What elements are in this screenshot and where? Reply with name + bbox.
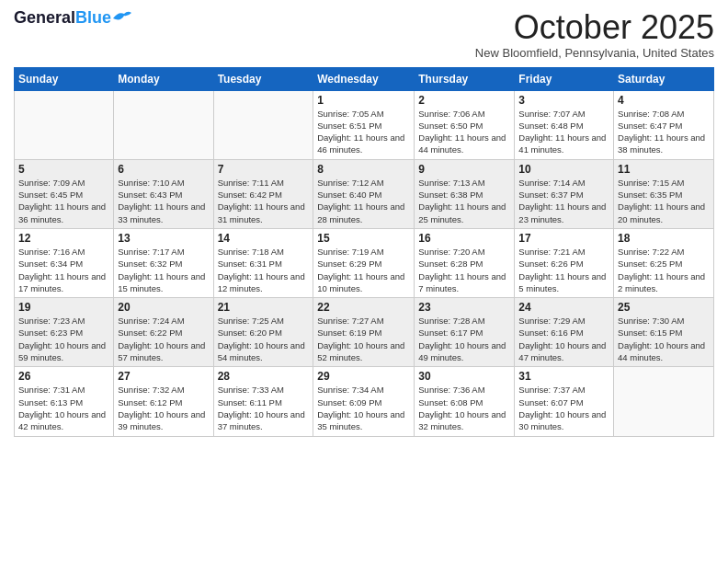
day-number: 24 [518,301,609,314]
day-info: Sunrise: 7:27 AM Sunset: 6:19 PM Dayligh… [317,315,410,363]
table-cell: 27Sunrise: 7:32 AM Sunset: 6:12 PM Dayli… [114,367,213,436]
day-info: Sunrise: 7:23 AM Sunset: 6:23 PM Dayligh… [18,315,109,363]
table-cell: 24Sunrise: 7:29 AM Sunset: 6:16 PM Dayli… [515,298,614,367]
table-cell: 22Sunrise: 7:27 AM Sunset: 6:19 PM Dayli… [313,298,415,367]
title-block: October 2025 New Bloomfield, Pennsylvani… [475,9,714,60]
header: GeneralBlue October 2025 New Bloomfield,… [14,9,714,60]
day-number: 14 [218,232,310,245]
table-cell: 2Sunrise: 7:06 AM Sunset: 6:50 PM Daylig… [415,90,515,159]
table-cell: 15Sunrise: 7:19 AM Sunset: 6:29 PM Dayli… [313,228,415,297]
table-cell: 26Sunrise: 7:31 AM Sunset: 6:13 PM Dayli… [15,367,114,436]
col-wednesday: Wednesday [313,67,415,90]
day-info: Sunrise: 7:19 AM Sunset: 6:29 PM Dayligh… [317,246,410,294]
day-info: Sunrise: 7:07 AM Sunset: 6:48 PM Dayligh… [518,108,609,156]
logo-text: GeneralBlue [14,8,111,27]
calendar-week-row: 26Sunrise: 7:31 AM Sunset: 6:13 PM Dayli… [15,367,714,436]
day-info: Sunrise: 7:21 AM Sunset: 6:26 PM Dayligh… [518,246,609,294]
day-number: 9 [418,163,510,176]
calendar-week-row: 1Sunrise: 7:05 AM Sunset: 6:51 PM Daylig… [15,90,714,159]
day-number: 26 [18,370,109,383]
day-info: Sunrise: 7:13 AM Sunset: 6:38 PM Dayligh… [418,177,510,225]
day-number: 19 [18,301,109,314]
day-number: 7 [218,163,310,176]
day-info: Sunrise: 7:32 AM Sunset: 6:12 PM Dayligh… [118,384,209,432]
day-info: Sunrise: 7:28 AM Sunset: 6:17 PM Dayligh… [418,315,510,363]
table-cell [114,90,213,159]
table-cell: 19Sunrise: 7:23 AM Sunset: 6:23 PM Dayli… [15,298,114,367]
day-info: Sunrise: 7:15 AM Sunset: 6:35 PM Dayligh… [618,177,710,225]
table-cell: 10Sunrise: 7:14 AM Sunset: 6:37 PM Dayli… [515,159,614,228]
calendar-week-row: 19Sunrise: 7:23 AM Sunset: 6:23 PM Dayli… [15,298,714,367]
day-info: Sunrise: 7:05 AM Sunset: 6:51 PM Dayligh… [317,108,410,156]
day-number: 11 [618,163,710,176]
day-info: Sunrise: 7:20 AM Sunset: 6:28 PM Dayligh… [418,246,510,294]
day-number: 31 [518,370,609,383]
day-info: Sunrise: 7:37 AM Sunset: 6:07 PM Dayligh… [518,384,609,432]
day-number: 27 [118,370,209,383]
month-title: October 2025 [475,9,714,46]
day-number: 2 [418,94,510,107]
day-number: 25 [618,301,710,314]
day-number: 23 [418,301,510,314]
day-number: 8 [317,163,410,176]
day-number: 10 [518,163,609,176]
day-info: Sunrise: 7:30 AM Sunset: 6:15 PM Dayligh… [618,315,710,363]
day-number: 4 [618,94,710,107]
day-info: Sunrise: 7:17 AM Sunset: 6:32 PM Dayligh… [118,246,209,294]
day-number: 21 [218,301,310,314]
calendar-week-row: 5Sunrise: 7:09 AM Sunset: 6:45 PM Daylig… [15,159,714,228]
table-cell: 20Sunrise: 7:24 AM Sunset: 6:22 PM Dayli… [114,298,213,367]
table-cell: 12Sunrise: 7:16 AM Sunset: 6:34 PM Dayli… [15,228,114,297]
day-number: 20 [118,301,209,314]
location: New Bloomfield, Pennsylvania, United Sta… [475,46,714,60]
day-info: Sunrise: 7:31 AM Sunset: 6:13 PM Dayligh… [18,384,109,432]
col-monday: Monday [114,67,213,90]
table-cell: 9Sunrise: 7:13 AM Sunset: 6:38 PM Daylig… [415,159,515,228]
table-cell: 31Sunrise: 7:37 AM Sunset: 6:07 PM Dayli… [515,367,614,436]
table-cell: 29Sunrise: 7:34 AM Sunset: 6:09 PM Dayli… [313,367,415,436]
table-cell: 13Sunrise: 7:17 AM Sunset: 6:32 PM Dayli… [114,228,213,297]
day-number: 12 [18,232,109,245]
day-info: Sunrise: 7:22 AM Sunset: 6:25 PM Dayligh… [618,246,710,294]
table-cell [614,367,714,436]
table-cell: 23Sunrise: 7:28 AM Sunset: 6:17 PM Dayli… [415,298,515,367]
day-info: Sunrise: 7:18 AM Sunset: 6:31 PM Dayligh… [218,246,310,294]
day-number: 6 [118,163,209,176]
table-cell: 6Sunrise: 7:10 AM Sunset: 6:43 PM Daylig… [114,159,213,228]
day-info: Sunrise: 7:14 AM Sunset: 6:37 PM Dayligh… [518,177,609,225]
col-sunday: Sunday [15,67,114,90]
logo: GeneralBlue [14,9,111,28]
table-cell: 30Sunrise: 7:36 AM Sunset: 6:08 PM Dayli… [415,367,515,436]
table-cell [213,90,313,159]
table-cell: 28Sunrise: 7:33 AM Sunset: 6:11 PM Dayli… [213,367,313,436]
table-cell: 11Sunrise: 7:15 AM Sunset: 6:35 PM Dayli… [614,159,714,228]
calendar-week-row: 12Sunrise: 7:16 AM Sunset: 6:34 PM Dayli… [15,228,714,297]
day-number: 28 [218,370,310,383]
day-info: Sunrise: 7:12 AM Sunset: 6:40 PM Dayligh… [317,177,410,225]
day-number: 1 [317,94,410,107]
day-info: Sunrise: 7:25 AM Sunset: 6:20 PM Dayligh… [218,315,310,363]
col-thursday: Thursday [415,67,515,90]
day-info: Sunrise: 7:24 AM Sunset: 6:22 PM Dayligh… [118,315,209,363]
table-cell: 25Sunrise: 7:30 AM Sunset: 6:15 PM Dayli… [614,298,714,367]
table-cell: 4Sunrise: 7:08 AM Sunset: 6:47 PM Daylig… [614,90,714,159]
day-number: 22 [317,301,410,314]
table-cell: 7Sunrise: 7:11 AM Sunset: 6:42 PM Daylig… [213,159,313,228]
table-cell: 3Sunrise: 7:07 AM Sunset: 6:48 PM Daylig… [515,90,614,159]
day-info: Sunrise: 7:36 AM Sunset: 6:08 PM Dayligh… [418,384,510,432]
calendar-header-row: Sunday Monday Tuesday Wednesday Thursday… [15,67,714,90]
table-cell: 21Sunrise: 7:25 AM Sunset: 6:20 PM Dayli… [213,298,313,367]
day-info: Sunrise: 7:08 AM Sunset: 6:47 PM Dayligh… [618,108,710,156]
day-info: Sunrise: 7:33 AM Sunset: 6:11 PM Dayligh… [218,384,310,432]
day-number: 18 [618,232,710,245]
col-saturday: Saturday [614,67,714,90]
day-info: Sunrise: 7:09 AM Sunset: 6:45 PM Dayligh… [18,177,109,225]
table-cell: 8Sunrise: 7:12 AM Sunset: 6:40 PM Daylig… [313,159,415,228]
table-cell: 16Sunrise: 7:20 AM Sunset: 6:28 PM Dayli… [415,228,515,297]
day-info: Sunrise: 7:34 AM Sunset: 6:09 PM Dayligh… [317,384,410,432]
day-number: 5 [18,163,109,176]
table-cell: 18Sunrise: 7:22 AM Sunset: 6:25 PM Dayli… [614,228,714,297]
day-number: 17 [518,232,609,245]
col-tuesday: Tuesday [213,67,313,90]
day-number: 13 [118,232,209,245]
